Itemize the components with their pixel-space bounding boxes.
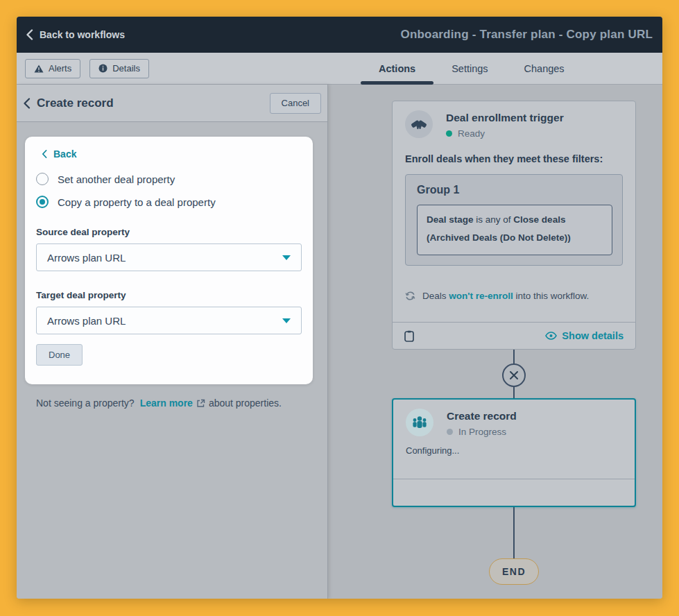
tab-changes[interactable]: Changes [506, 53, 583, 84]
footnote-prefix: Not seeing a property? [36, 397, 135, 409]
radio-label: Set another deal property [58, 173, 175, 185]
action-status: In Progress [458, 427, 506, 437]
chevron-left-icon [26, 29, 33, 40]
panel-title: Create record [37, 96, 114, 110]
done-button[interactable]: Done [36, 344, 83, 366]
radio-selected-icon [36, 196, 49, 208]
app-header: Back to workflows Onboarding - Transfer … [17, 17, 662, 53]
warning-icon [34, 65, 44, 73]
external-link-icon[interactable] [196, 399, 205, 408]
target-property-select[interactable]: Arrows plan URL [36, 307, 302, 334]
action-node-content: Create record In Progress Configuring... [393, 400, 635, 479]
action-node-footer [393, 479, 635, 506]
show-details-button[interactable]: Show details [545, 330, 624, 341]
trigger-node-content: Deal enrollment trigger Ready Enroll dea… [393, 101, 635, 322]
target-property-value: Arrows plan URL [47, 315, 126, 327]
action-body-text: Configuring... [406, 445, 622, 456]
toolbar: Alerts Details Actions Settings Changes [17, 53, 662, 85]
reenroll-note: Deals won't re-enroll into this workflow… [405, 291, 623, 301]
tab-bar: Actions Settings Changes [361, 53, 583, 84]
workflow-editor-window: Back to workflows Onboarding - Transfer … [17, 17, 662, 599]
end-node: END [489, 558, 539, 585]
trigger-node-card[interactable]: Deal enrollment trigger Ready Enroll dea… [392, 101, 636, 350]
close-icon [509, 370, 519, 380]
learn-more-link[interactable]: Learn more [140, 397, 193, 409]
chevron-left-icon [42, 150, 47, 158]
source-property-label: Source deal property [36, 227, 302, 237]
alerts-button[interactable]: Alerts [25, 59, 80, 78]
workflow-title: Onboarding - Transfer plan - Copy plan U… [400, 28, 653, 42]
reenroll-prefix: Deals [422, 291, 447, 301]
property-footnote: Not seeing a property? Learn more about … [36, 397, 313, 409]
footnote-suffix: about properties. [209, 397, 282, 409]
details-button[interactable]: Details [89, 59, 149, 78]
trigger-node-title: Deal enrollment trigger [446, 112, 564, 124]
action-node-card[interactable]: Create record In Progress Configuring... [392, 398, 636, 507]
radio-label: Copy a property to a deal property [58, 196, 216, 208]
target-property-label: Target deal property [36, 290, 302, 300]
clipboard-icon[interactable] [404, 330, 414, 342]
back-link[interactable]: Back [42, 148, 76, 160]
source-property-select[interactable]: Arrows plan URL [36, 243, 302, 271]
panel-header: Create record Cancel [17, 85, 327, 122]
filter-property: Deal stage [427, 214, 474, 225]
radio-unselected-icon [36, 173, 49, 185]
trigger-node-footer: Show details [393, 322, 635, 349]
panel-body: Back Set another deal property Copy a pr… [17, 122, 327, 599]
filter-group-box[interactable]: Group 1 Deal stage is any of Close deals… [405, 174, 623, 266]
chevron-down-icon [282, 318, 291, 323]
back-to-workflows-link[interactable]: Back to workflows [26, 29, 125, 40]
status-dot-in-progress [447, 429, 453, 435]
enroll-filters-label: Enroll deals when they meet these filter… [405, 153, 623, 164]
sync-icon [405, 291, 415, 301]
reenroll-link[interactable]: won't re-enroll [449, 291, 513, 301]
people-icon [406, 409, 433, 436]
property-copy-card: Back Set another deal property Copy a pr… [25, 137, 313, 384]
tab-actions[interactable]: Actions [361, 53, 433, 84]
end-label: END [502, 566, 526, 577]
radio-copy-property[interactable]: Copy a property to a deal property [36, 196, 302, 208]
panel-back[interactable]: Create record [23, 96, 114, 110]
filter-condition[interactable]: Deal stage is any of Close deals (Archiv… [417, 205, 612, 255]
cancel-button[interactable]: Cancel [270, 93, 321, 114]
info-icon [98, 64, 108, 73]
handshake-icon [405, 110, 433, 138]
eye-icon [545, 332, 557, 340]
radio-set-another-property[interactable]: Set another deal property [36, 173, 302, 185]
chevron-left-icon [23, 98, 31, 109]
show-details-label: Show details [562, 330, 624, 341]
status-dot-ready [446, 130, 452, 137]
content-area: Create record Cancel Back Set another de… [17, 85, 662, 599]
trigger-status: Ready [458, 128, 485, 139]
alerts-label: Alerts [49, 63, 71, 74]
source-property-value: Arrows plan URL [47, 252, 126, 264]
action-node-title: Create record [447, 410, 517, 422]
create-record-panel: Create record Cancel Back Set another de… [17, 85, 328, 599]
tab-settings[interactable]: Settings [433, 53, 506, 84]
back-label: Back [53, 148, 76, 160]
chevron-down-icon [282, 255, 291, 260]
reenroll-suffix: into this workflow. [516, 291, 590, 301]
filter-group-title: Group 1 [417, 184, 612, 196]
delete-connection-button[interactable] [502, 363, 526, 387]
back-to-workflows-label: Back to workflows [40, 29, 125, 40]
filter-operator: is any of [476, 214, 510, 225]
workflow-canvas[interactable]: Deal enrollment trigger Ready Enroll dea… [328, 85, 662, 599]
details-label: Details [112, 63, 140, 74]
